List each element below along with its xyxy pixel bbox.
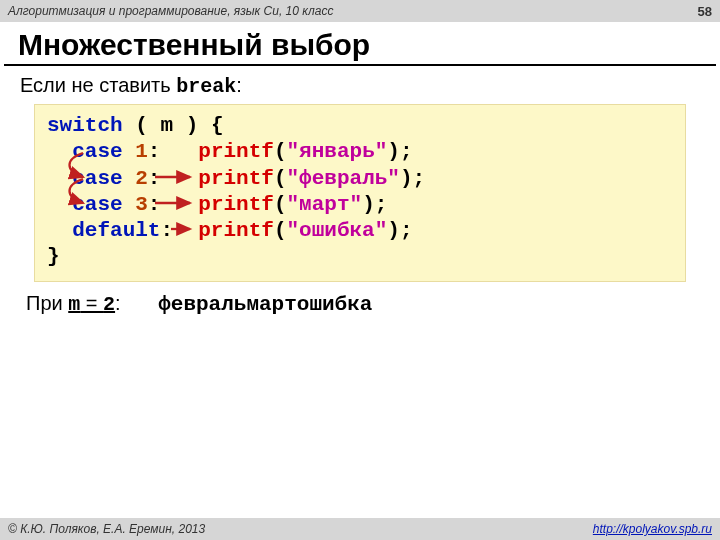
- output-text: февральмартошибка: [158, 293, 372, 316]
- num-1: 1: [135, 140, 148, 163]
- footer-bar: © К.Ю. Поляков, Е.А. Еремин, 2013 http:/…: [0, 518, 720, 540]
- printf-3: printf: [198, 193, 274, 216]
- lbrace: {: [198, 114, 223, 137]
- colon-2: :: [148, 167, 161, 190]
- footer-link[interactable]: http://kpolyakov.spb.ru: [593, 522, 712, 536]
- when-val: 2: [103, 293, 115, 316]
- rbrace: }: [47, 245, 60, 268]
- break-keyword: break: [176, 75, 236, 98]
- num-2: 2: [135, 167, 148, 190]
- str-4: "ошибка": [287, 219, 388, 242]
- code-block: switch ( m ) { case 1: printf("январь");…: [34, 104, 686, 282]
- subheading: Если не ставить break:: [20, 74, 700, 98]
- str-1: "январь": [287, 140, 388, 163]
- slide-title: Множественный выбор: [4, 22, 716, 66]
- kw-case-1: case: [72, 140, 122, 163]
- when-eq: =: [80, 292, 103, 314]
- colon-4: :: [160, 219, 173, 242]
- closep-1: );: [387, 140, 412, 163]
- subhead-prefix: Если не ставить: [20, 74, 176, 96]
- example-line: При m = 2: февральмартошибка: [26, 292, 694, 316]
- code-var: m: [160, 114, 173, 137]
- kw-case-2: case: [72, 167, 122, 190]
- content-area: Если не ставить break: switch ( m ) { ca…: [0, 74, 720, 316]
- rparen: ): [173, 114, 198, 137]
- closep-2: );: [400, 167, 425, 190]
- kw-default: default: [72, 219, 160, 242]
- header-bar: Алгоритмизация и программирование, язык …: [0, 0, 720, 22]
- printf-1: printf: [198, 140, 274, 163]
- colon-1: :: [148, 140, 161, 163]
- kw-switch: switch: [47, 114, 123, 137]
- when-suffix: :: [115, 292, 121, 314]
- printf-2: printf: [198, 167, 274, 190]
- course-label: Алгоритмизация и программирование, язык …: [8, 4, 333, 18]
- closep-3: );: [362, 193, 387, 216]
- closep-4: );: [387, 219, 412, 242]
- page-number: 58: [698, 4, 712, 19]
- lparen: (: [135, 114, 160, 137]
- when-prefix: При: [26, 292, 68, 314]
- str-2: "февраль": [287, 167, 400, 190]
- kw-case-3: case: [72, 193, 122, 216]
- when-var: m: [68, 293, 80, 316]
- str-3: "март": [287, 193, 363, 216]
- colon-3: :: [148, 193, 161, 216]
- printf-4: printf: [198, 219, 274, 242]
- subhead-suffix: :: [236, 74, 242, 96]
- copyright: © К.Ю. Поляков, Е.А. Еремин, 2013: [8, 522, 205, 536]
- num-3: 3: [135, 193, 148, 216]
